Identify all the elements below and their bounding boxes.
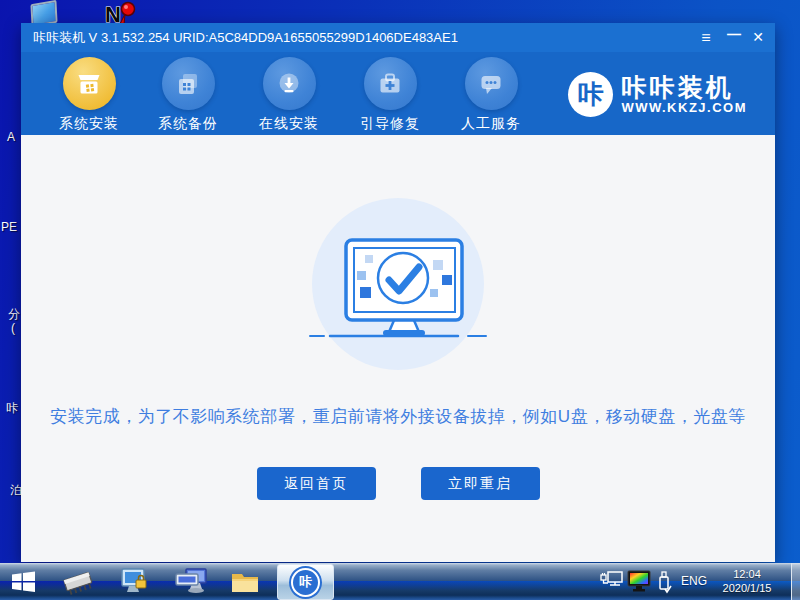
- brand-logo: 咔 咔咔装机 WWW.KKZJ.COM: [568, 67, 747, 122]
- kaka-installer-window: 咔咔装机 V 3.1.532.254 URID:A5C84DD9A1655055…: [21, 23, 775, 562]
- nav-item-human-service[interactable]: 人工服务: [459, 57, 523, 133]
- nav-item-online-install[interactable]: 在线安装: [257, 57, 321, 133]
- install-box-icon: [63, 57, 116, 110]
- download-icon: [263, 57, 316, 110]
- nav-item-label: 在线安装: [257, 115, 321, 133]
- brand-site-url: WWW.KKZJ.COM: [621, 100, 747, 115]
- nav-item-label: 人工服务: [459, 115, 523, 133]
- nav-item-system-install[interactable]: 系统安装: [57, 57, 121, 133]
- completion-message: 安装完成，为了不影响系统部署，重启前请将外接设备拔掉，例如U盘，移动硬盘，光盘等: [21, 405, 775, 428]
- window-titlebar[interactable]: 咔咔装机 V 3.1.532.254 URID:A5C84DD9A1655055…: [21, 23, 775, 52]
- show-desktop-button[interactable]: [791, 563, 800, 600]
- desktop-icon-label[interactable]: (: [11, 321, 15, 335]
- clock-date: 2020/1/15: [716, 581, 778, 595]
- nav-item-label: 系统备份: [156, 115, 220, 133]
- content-area: 安装完成，为了不影响系统部署，重启前请将外接设备拔掉，例如U盘，移动硬盘，光盘等…: [21, 135, 775, 562]
- backup-copies-icon: [162, 57, 215, 110]
- chat-bubble-icon: [465, 57, 518, 110]
- desktop-icon-label[interactable]: 咔: [6, 400, 18, 417]
- desktop-icon-label[interactable]: A: [7, 130, 15, 144]
- monitor-success-illustration: [303, 235, 503, 355]
- desktop-icon-label[interactable]: PE: [1, 220, 17, 234]
- nav-item-boot-repair[interactable]: 引导修复: [358, 57, 422, 133]
- screen-lock-tool-icon[interactable]: [119, 568, 151, 596]
- menu-icon[interactable]: ≡: [695, 23, 717, 52]
- restart-now-button[interactable]: 立即重启: [421, 467, 540, 500]
- toolbox-icon: [364, 57, 417, 110]
- kaka-logo-icon: 咔: [568, 72, 613, 117]
- brand-name: 咔咔装机: [621, 74, 747, 100]
- taskbar: 咔 ENG 12:04 2020/1/15: [0, 563, 800, 600]
- return-home-button[interactable]: 返回首页: [257, 467, 376, 500]
- taskbar-kaka-app-button[interactable]: 咔: [277, 564, 334, 600]
- memory-chip-icon[interactable]: [58, 568, 98, 596]
- clock-time: 12:04: [716, 567, 778, 581]
- kaka-app-icon: 咔: [291, 568, 320, 597]
- display-color-tray-icon[interactable]: [626, 570, 652, 594]
- nav-item-system-backup[interactable]: 系统备份: [156, 57, 220, 133]
- nav-item-label: 系统安装: [57, 115, 121, 133]
- minimize-icon[interactable]: —: [723, 23, 745, 52]
- nav-item-label: 引导修复: [358, 115, 422, 133]
- language-indicator[interactable]: ENG: [681, 574, 707, 588]
- start-button-icon[interactable]: [11, 570, 36, 594]
- taskbar-clock[interactable]: 12:04 2020/1/15: [716, 567, 778, 595]
- main-navbar: 系统安装 系统备份: [21, 52, 775, 135]
- folder-icon[interactable]: [230, 569, 260, 595]
- input-keyboard-icon[interactable]: [174, 568, 210, 596]
- window-title: 咔咔装机 V 3.1.532.254 URID:A5C84DD9A1655055…: [33, 30, 458, 45]
- network-tray-icon[interactable]: [600, 571, 624, 593]
- usb-device-tray-icon[interactable]: [655, 570, 673, 594]
- close-icon[interactable]: ✕: [747, 23, 769, 52]
